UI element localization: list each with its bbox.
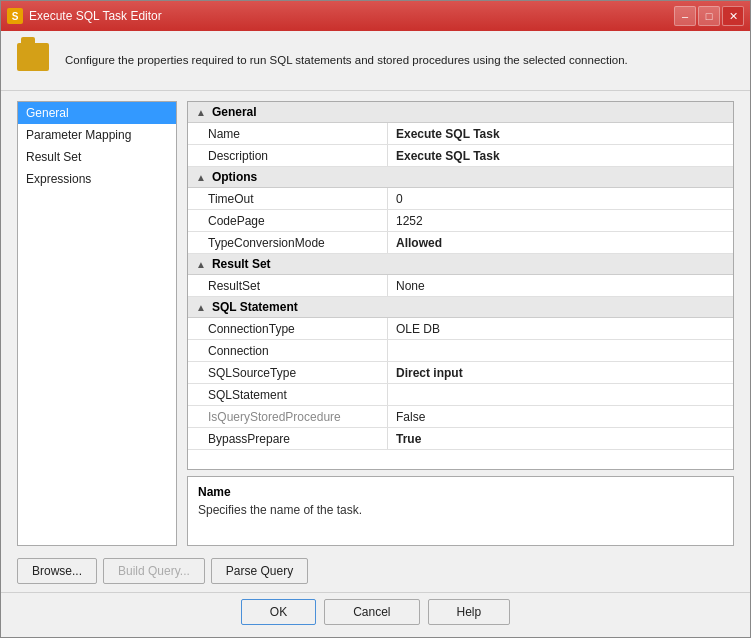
prop-row-codepage: CodePage 1252 [188,210,733,232]
parse-query-button[interactable]: Parse Query [211,558,308,584]
prop-value-connection [388,340,404,361]
section-resultset: ▲ Result Set [188,254,733,275]
prop-value-typeconversionmode: Allowed [388,232,450,253]
section-sqlstatement-title: SQL Statement [212,300,298,314]
prop-row-bypassprepare: BypassPrepare True [188,428,733,450]
collapse-resultset-icon[interactable]: ▲ [196,259,206,270]
prop-value-codepage: 1252 [388,210,431,231]
ok-button[interactable]: OK [241,599,316,625]
prop-name-connection: Connection [188,340,388,361]
prop-name-connectiontype: ConnectionType [188,318,388,339]
maximize-button[interactable]: □ [698,6,720,26]
prop-value-timeout: 0 [388,188,411,209]
section-resultset-title: Result Set [212,257,271,271]
description-text: Specifies the name of the task. [198,503,723,517]
section-general-title: General [212,105,257,119]
prop-row-connectiontype: ConnectionType OLE DB [188,318,733,340]
right-panel: ▲ General Name Execute SQL Task Descript… [187,101,734,546]
prop-name-bypassprepare: BypassPrepare [188,428,388,449]
prop-value-name: Execute SQL Task [388,123,508,144]
prop-name-timeout: TimeOut [188,188,388,209]
prop-row-isquerystoredprocedure: IsQueryStoredProcedure False [188,406,733,428]
title-bar-left: S Execute SQL Task Editor [7,8,162,24]
left-nav-panel: General Parameter Mapping Result Set Exp… [17,101,177,546]
header-description: Configure the properties required to run… [65,52,628,69]
window-controls: – □ ✕ [674,6,744,26]
prop-row-timeout: TimeOut 0 [188,188,733,210]
prop-row-sqlsourcetype: SQLSourceType Direct input [188,362,733,384]
collapse-general-icon[interactable]: ▲ [196,107,206,118]
prop-name-name: Name [188,123,388,144]
prop-name-sqlstatement: SQLStatement [188,384,388,405]
header-icon [17,43,53,79]
prop-row-description: Description Execute SQL Task [188,145,733,167]
prop-row-connection: Connection [188,340,733,362]
nav-item-general[interactable]: General [18,102,176,124]
app-icon: S [7,8,23,24]
close-button[interactable]: ✕ [722,6,744,26]
main-content: General Parameter Mapping Result Set Exp… [1,91,750,552]
prop-row-resultset: ResultSet None [188,275,733,297]
prop-value-sqlstatement [388,384,404,405]
prop-name-typeconversionmode: TypeConversionMode [188,232,388,253]
properties-table: ▲ General Name Execute SQL Task Descript… [187,101,734,470]
prop-value-sqlsourcetype: Direct input [388,362,471,383]
prop-value-isquerystoredprocedure: False [388,406,433,427]
prop-row-sqlstatement: SQLStatement [188,384,733,406]
nav-item-expressions[interactable]: Expressions [18,168,176,190]
minimize-button[interactable]: – [674,6,696,26]
section-general: ▲ General [188,102,733,123]
prop-name-description: Description [188,145,388,166]
prop-value-description: Execute SQL Task [388,145,508,166]
nav-item-parameter-mapping[interactable]: Parameter Mapping [18,124,176,146]
action-buttons-area: Browse... Build Query... Parse Query [1,552,750,592]
window-title: Execute SQL Task Editor [29,9,162,23]
prop-name-sqlsourcetype: SQLSourceType [188,362,388,383]
cancel-button[interactable]: Cancel [324,599,419,625]
header-area: Configure the properties required to run… [1,31,750,91]
prop-value-bypassprepare: True [388,428,429,449]
collapse-options-icon[interactable]: ▲ [196,172,206,183]
prop-name-isquerystoredprocedure: IsQueryStoredProcedure [188,406,388,427]
help-button[interactable]: Help [428,599,511,625]
section-options-title: Options [212,170,257,184]
browse-button[interactable]: Browse... [17,558,97,584]
section-sqlstatement: ▲ SQL Statement [188,297,733,318]
prop-row-name: Name Execute SQL Task [188,123,733,145]
prop-value-connectiontype: OLE DB [388,318,448,339]
build-query-button[interactable]: Build Query... [103,558,205,584]
description-title: Name [198,485,723,499]
prop-name-resultset: ResultSet [188,275,388,296]
description-box: Name Specifies the name of the task. [187,476,734,546]
prop-value-resultset: None [388,275,433,296]
prop-row-typeconversionmode: TypeConversionMode Allowed [188,232,733,254]
collapse-sqlstatement-icon[interactable]: ▲ [196,302,206,313]
nav-item-result-set[interactable]: Result Set [18,146,176,168]
footer-buttons: OK Cancel Help [1,592,750,637]
main-window: S Execute SQL Task Editor – □ ✕ Configur… [0,0,751,638]
section-options: ▲ Options [188,167,733,188]
title-bar: S Execute SQL Task Editor – □ ✕ [1,1,750,31]
prop-name-codepage: CodePage [188,210,388,231]
